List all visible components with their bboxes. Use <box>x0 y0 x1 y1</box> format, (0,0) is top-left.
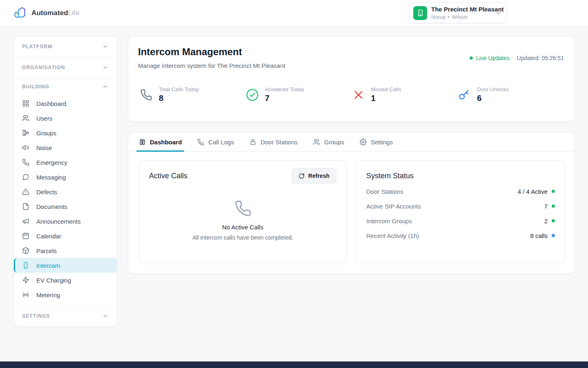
phone-icon <box>197 139 204 146</box>
phone-icon <box>234 200 252 217</box>
tab-settings[interactable]: Settings <box>359 132 394 151</box>
status-dot-icon <box>552 204 555 208</box>
sidebar-section-settings[interactable]: SETTINGS <box>14 306 117 326</box>
system-status-title: System Status <box>366 172 414 180</box>
dashboard-tab-content: Active Calls Refresh No Active Calls All… <box>139 160 565 264</box>
page-title: Intercom Management <box>138 46 242 58</box>
empty-state-subtitle: All intercom calls have been completed. <box>139 234 346 241</box>
sidebar-item-calendar[interactable]: Calendar <box>14 229 117 243</box>
sidebar-item-metering[interactable]: Metering <box>14 287 117 302</box>
sidebar-item-ev-charging[interactable]: EV Charging <box>14 273 117 287</box>
dashboard-icon <box>22 100 29 107</box>
gear-icon <box>360 139 367 146</box>
lightning-icon <box>22 276 29 284</box>
lock-icon <box>249 139 256 146</box>
tab-groups[interactable]: Groups <box>312 132 345 151</box>
active-calls-card: Active Calls Refresh No Active Calls All… <box>139 160 347 264</box>
sidebar-item-defects[interactable]: Defects <box>14 184 117 199</box>
stats-row: Total Calls Today 8 Answered Today 7 M <box>139 86 564 103</box>
sidebar-section-building[interactable]: BUILDING <box>14 78 117 95</box>
status-row-intercom-groups: Intercom Groups 2 <box>366 213 555 228</box>
stat-total-calls: Total Calls Today 8 <box>139 86 245 103</box>
building-selector[interactable]: The Precinct Mt Pleasant Norup + Wilson <box>409 2 507 23</box>
sidebar-item-emergency[interactable]: Emergency <box>14 155 117 170</box>
system-status-rows: Door Stations 4 / 4 Active Active SIP Ac… <box>366 184 555 243</box>
x-icon <box>352 88 365 102</box>
building-icon <box>413 6 427 20</box>
refresh-button[interactable]: Refresh <box>292 168 336 184</box>
building-name: The Precinct Mt Pleasant <box>431 6 504 13</box>
intercom-icon <box>22 262 29 269</box>
chevron-down-icon <box>102 43 109 50</box>
sidebar-section-organisation[interactable]: ORGANISATION <box>14 57 117 78</box>
check-circle-icon <box>245 88 259 102</box>
updated-timestamp: Updated: 05:26:51 <box>517 55 564 61</box>
logo[interactable]: AutomatedLife <box>13 6 80 20</box>
chevron-down-icon <box>495 9 502 17</box>
stat-door-unlocks: Door Unlocks 6 <box>457 86 564 103</box>
active-calls-title: Active Calls <box>149 172 187 180</box>
speaker-icon <box>22 144 29 151</box>
building-organisation: Norup + Wilson <box>431 14 491 20</box>
phone-icon <box>139 88 153 102</box>
tab-dashboard[interactable]: Dashboard <box>138 132 183 151</box>
users-icon <box>313 139 320 146</box>
brand-name: AutomatedLife <box>31 9 80 17</box>
building-nav: Dashboard Users Groups Noise Emergency M… <box>14 95 117 305</box>
megaphone-icon <box>22 218 29 225</box>
chevron-up-icon <box>102 83 109 90</box>
stat-missed: Missed Calls 1 <box>352 86 458 103</box>
calendar-icon <box>22 232 29 240</box>
tab-bar: Dashboard Call Logs Door Stations Groups… <box>128 132 575 152</box>
chevron-down-icon <box>102 64 109 71</box>
sidebar: PLATFORM ORGANISATION BUILDING Dashboard… <box>13 36 117 327</box>
status-row-recent-activity: Recent Activity (1h) 8 calls <box>366 228 555 243</box>
package-icon <box>22 247 29 254</box>
status-row-sip-accounts: Active SIP Accounts 7 <box>366 199 555 213</box>
users-icon <box>22 114 29 122</box>
tab-door-stations[interactable]: Door Stations <box>249 132 298 151</box>
intercom-tabs-card: Dashboard Call Logs Door Stations Groups… <box>128 132 575 274</box>
sidebar-item-noise[interactable]: Noise <box>14 140 117 155</box>
tab-call-logs[interactable]: Call Logs <box>196 132 235 151</box>
bottom-bar <box>0 361 588 368</box>
sidebar-item-announcements[interactable]: Announcements <box>14 214 117 229</box>
live-dot-icon <box>470 56 473 60</box>
chevron-down-icon <box>102 313 109 319</box>
sidebar-item-dashboard[interactable]: Dashboard <box>14 96 117 111</box>
columns-icon <box>139 139 146 146</box>
system-status-card: System Status Door Stations 4 / 4 Active… <box>356 160 565 264</box>
alert-triangle-icon <box>22 188 29 195</box>
sidebar-item-messaging[interactable]: Messaging <box>14 170 117 184</box>
intercom-header-card: Intercom Management Manage intercom syst… <box>128 36 575 122</box>
status-dot-icon <box>552 219 555 222</box>
sidebar-item-documents[interactable]: Documents <box>14 199 117 214</box>
phone-icon <box>22 159 29 166</box>
live-updates-badge: Live Updates <box>470 55 510 61</box>
sidebar-section-platform[interactable]: PLATFORM <box>14 36 117 57</box>
sidebar-item-groups[interactable]: Groups <box>14 126 117 140</box>
top-header: AutomatedLife The Precinct Mt Pleasant N… <box>0 0 588 26</box>
chat-icon <box>22 173 29 181</box>
groups-icon <box>22 129 29 137</box>
sidebar-item-intercom[interactable]: Intercom <box>14 258 117 273</box>
app-root: AutomatedLife The Precinct Mt Pleasant N… <box>0 0 588 368</box>
file-icon <box>22 203 29 210</box>
sidebar-item-users[interactable]: Users <box>14 111 117 126</box>
signal-waves-icon <box>22 291 29 298</box>
refresh-icon <box>298 173 305 179</box>
page-subtitle: Manage intercom system for The Precinct … <box>138 62 285 69</box>
empty-state-title: No Active Calls <box>139 224 346 231</box>
logo-icon <box>13 6 28 20</box>
stat-answered: Answered Today 7 <box>245 86 352 103</box>
sidebar-item-parcels[interactable]: Parcels <box>14 243 117 258</box>
key-icon <box>457 88 471 102</box>
no-active-calls-state: No Active Calls All intercom calls have … <box>139 200 346 241</box>
status-dot-icon <box>552 234 555 237</box>
status-dot-icon <box>552 190 555 193</box>
status-row-door-stations: Door Stations 4 / 4 Active <box>366 184 555 199</box>
